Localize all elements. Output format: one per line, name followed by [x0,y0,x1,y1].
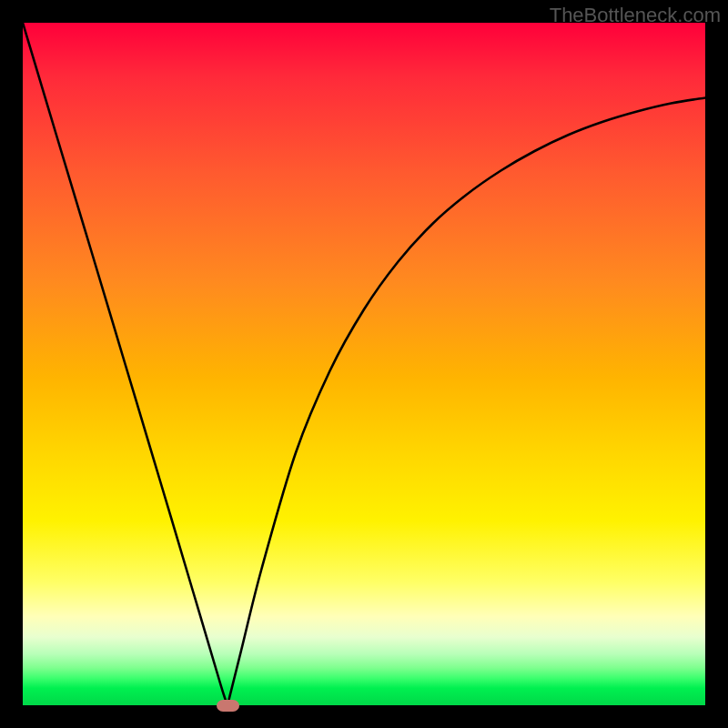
curve-svg [23,23,705,705]
chart-frame: TheBottleneck.com [0,0,728,728]
plot-area [23,23,705,705]
bottleneck-curve [23,23,705,705]
min-point-marker [217,700,239,712]
